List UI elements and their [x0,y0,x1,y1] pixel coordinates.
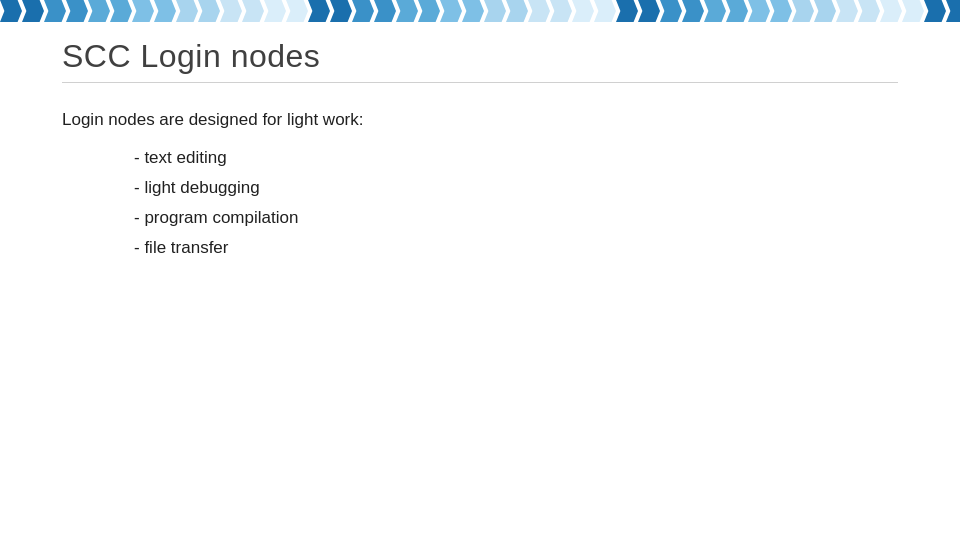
arrow-item [440,0,462,22]
arrow-item [330,0,352,22]
arrow-item [154,0,176,22]
arrow-item [858,0,880,22]
arrow-item [770,0,792,22]
arrow-item [506,0,528,22]
arrow-item [572,0,594,22]
arrow-item [396,0,418,22]
arrow-item [66,0,88,22]
arrow-item [264,0,286,22]
arrow-item [484,0,506,22]
arrow-banner [0,0,960,22]
slide-title: SCC Login nodes [62,38,320,75]
arrow-item [704,0,726,22]
arrow-item [132,0,154,22]
arrow-item [462,0,484,22]
arrow-item [946,0,960,22]
arrow-item [220,0,242,22]
arrow-item [528,0,550,22]
bullet-item: - light debugging [134,178,363,198]
arrow-item [814,0,836,22]
arrow-item [242,0,264,22]
arrow-item [594,0,616,22]
arrow-item [880,0,902,22]
arrow-item [792,0,814,22]
arrow-item [286,0,308,22]
arrow-item [638,0,660,22]
arrow-item [726,0,748,22]
arrow-item [748,0,770,22]
arrow-item [88,0,110,22]
arrow-item [616,0,638,22]
arrow-item [352,0,374,22]
arrow-item [682,0,704,22]
slide-content: Login nodes are designed for light work:… [62,110,363,268]
arrow-item [308,0,330,22]
intro-text: Login nodes are designed for light work: [62,110,363,130]
arrow-item [550,0,572,22]
slide-container: SCC Login nodes Login nodes are designed… [0,0,960,540]
bullet-item: - text editing [134,148,363,168]
arrow-item [22,0,44,22]
arrow-item [902,0,924,22]
arrow-item [0,0,22,22]
arrow-item [374,0,396,22]
arrow-item [836,0,858,22]
arrow-item [110,0,132,22]
arrow-item [660,0,682,22]
bullet-item: - file transfer [134,238,363,258]
arrow-item [176,0,198,22]
arrow-item [198,0,220,22]
arrow-track [0,0,960,22]
arrow-item [44,0,66,22]
arrow-item [418,0,440,22]
bullet-item: - program compilation [134,208,363,228]
arrow-item [924,0,946,22]
bullet-list: - text editing- light debugging- program… [134,148,363,258]
title-divider [62,82,898,83]
